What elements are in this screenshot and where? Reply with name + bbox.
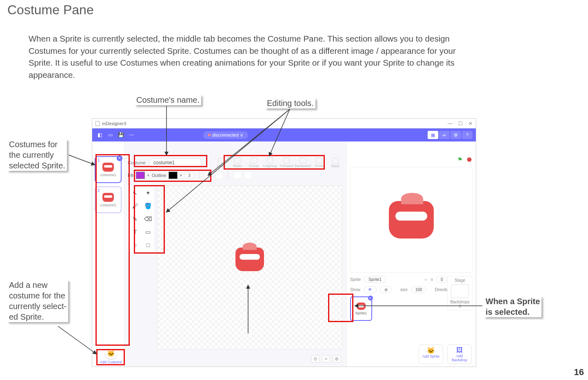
costume-editor: Costume Undo Redo Group Ungroup Forward … xyxy=(124,141,346,367)
sprite-label: Sprite xyxy=(350,277,361,282)
tool-undo[interactable]: Undo xyxy=(213,158,229,168)
zoom-controls: ⊖ = ⊕ xyxy=(311,355,341,362)
sprite-name-field[interactable]: Sprite1 xyxy=(364,276,386,283)
svg-line-4 xyxy=(69,155,95,165)
costume-artwork xyxy=(235,247,264,271)
tool-backward[interactable]: Backward xyxy=(295,158,311,168)
backdrop-thumb[interactable] xyxy=(451,284,469,298)
window-title: mDesigner3 xyxy=(102,121,126,126)
help-button[interactable]: ? xyxy=(462,131,473,139)
outline-width[interactable]: 3 xyxy=(184,172,194,179)
connection-status[interactable]: disconnected ∨ xyxy=(203,131,248,139)
size-field[interactable]: 100 xyxy=(411,286,427,293)
costume-list: 1 ✕ costume1 2 costume2 🐱 Add Costume xyxy=(92,141,124,367)
mini-tool-2[interactable] xyxy=(215,172,223,179)
green-flag-icon[interactable]: ⚑ xyxy=(457,156,463,165)
x-field[interactable]: 0 xyxy=(436,276,448,283)
callout-sprite-selected: When a Sprite is selected. xyxy=(484,296,541,317)
sprite-thumb-icon xyxy=(357,303,366,310)
sprite-card[interactable]: ✕ Sprite1 xyxy=(350,296,372,321)
main-toolbar: ◧ ▭ 💾 ⋯ disconnected ∨ ▦ ∞ ⚙ ? xyxy=(92,128,476,141)
costume-field-label: Costume xyxy=(128,160,146,165)
tool-front[interactable]: Front xyxy=(311,158,327,168)
tool-group[interactable]: Group xyxy=(246,158,262,168)
callout-editing-tools: Editing tools. xyxy=(265,98,315,108)
show-hidden[interactable]: ⊘ xyxy=(380,286,392,293)
add-costume-label: Add Costume xyxy=(97,360,125,364)
tool-forward[interactable]: Forward xyxy=(279,158,294,168)
zoom-reset[interactable]: = xyxy=(322,355,330,362)
costume-number: 1 xyxy=(98,158,100,163)
costume-preview-icon xyxy=(102,163,114,172)
tool-line[interactable]: ▭ xyxy=(142,226,154,238)
app-window: mDesigner3 — ☐ ✕ ◧ ▭ 💾 ⋯ disconnected ∨ … xyxy=(92,118,476,367)
callout-add-costume: Add a new costume for the currently sele… xyxy=(7,280,68,322)
tool-reshape[interactable]: ✦ xyxy=(142,187,154,199)
tool-erase[interactable]: ⌫ xyxy=(142,213,154,225)
canvas[interactable] xyxy=(157,186,342,349)
costume-preview-icon xyxy=(102,193,114,202)
tool-circle[interactable]: ○ xyxy=(129,239,141,251)
mini-tool-3[interactable] xyxy=(233,172,242,179)
intro-paragraph: When a Sprite is currently selected, the… xyxy=(29,33,457,81)
outline-label: Outline xyxy=(152,173,166,178)
costume-name-input[interactable] xyxy=(149,158,202,167)
show-visible[interactable]: 👁 xyxy=(364,286,377,293)
drawing-tools: ↖ ✦ 🖌 🪣 ✎ ⌫ T ▭ ○ □ xyxy=(128,186,154,252)
fill-label: Fill xyxy=(128,173,133,178)
stage-box: Stage Backdrops 3 xyxy=(447,276,473,311)
add-costume-icon: 🐱 xyxy=(105,347,117,359)
zoom-out[interactable]: ⊖ xyxy=(311,355,320,362)
tool-brush[interactable]: 🖌 xyxy=(129,200,141,212)
view-grid-button[interactable]: ▦ xyxy=(428,131,438,139)
tool-pencil[interactable]: ✎ xyxy=(129,213,141,225)
add-backdrop-button[interactable]: 🖼Add Backdrop xyxy=(447,345,472,364)
tool-back[interactable]: Back xyxy=(328,158,343,168)
size-label: size xyxy=(400,287,408,292)
tool-rect[interactable]: □ xyxy=(142,239,154,251)
tool-text[interactable]: T xyxy=(129,226,141,238)
toolbar-new-icon[interactable]: ◧ xyxy=(95,131,104,139)
toolbar-open-icon[interactable]: ▭ xyxy=(106,131,114,139)
costume-name-label: costume1 xyxy=(100,173,116,177)
delete-sprite-icon[interactable]: ✕ xyxy=(368,296,373,300)
backdrops-label: Backdrops xyxy=(450,300,469,304)
callout-costume-name: Costume's name. xyxy=(135,95,201,105)
stop-icon[interactable]: ⬣ xyxy=(467,156,472,165)
page-number: 16 xyxy=(574,367,584,378)
fill-swatch[interactable] xyxy=(136,172,145,179)
page-title: Costume Pane xyxy=(7,2,94,18)
toolbar-more-icon[interactable]: ⋯ xyxy=(127,131,135,139)
top-tool-row: Undo Redo Group Ungroup Forward Backward… xyxy=(213,158,343,168)
view-loop-button[interactable]: ∞ xyxy=(439,131,450,139)
stage-panel: ⚑ ⬣ Sprite Sprite1 ↔ x 0 ↕ y 0 Show xyxy=(346,141,476,367)
zoom-in[interactable]: ⊕ xyxy=(333,355,341,362)
x-label: x xyxy=(431,277,433,282)
backdrops-count: 3 xyxy=(459,304,461,309)
costume-thumb-2[interactable]: 2 costume2 xyxy=(95,186,122,213)
document-icon xyxy=(95,121,100,126)
mini-tool-4[interactable] xyxy=(244,172,252,179)
costume-number: 2 xyxy=(98,188,100,193)
callout-costume-list: Costumes for the currently selected Spri… xyxy=(7,139,67,171)
delete-costume-icon[interactable]: ✕ xyxy=(117,155,122,161)
close-button[interactable]: ✕ xyxy=(468,121,473,126)
maximize-button[interactable]: ☐ xyxy=(458,121,463,126)
tool-redo[interactable]: Redo xyxy=(230,158,245,168)
settings-button[interactable]: ⚙ xyxy=(450,131,461,139)
tool-ungroup[interactable]: Ungroup xyxy=(262,158,278,168)
stage-sprite-preview xyxy=(389,201,434,239)
titlebar: mDesigner3 — ☐ ✕ xyxy=(92,119,476,128)
minimize-button[interactable]: — xyxy=(448,121,453,126)
sprite-card-label: Sprite1 xyxy=(355,311,367,315)
stage-view xyxy=(350,167,473,273)
tool-select[interactable]: ↖ xyxy=(129,187,141,199)
tool-fill[interactable]: 🪣 xyxy=(142,200,154,212)
costume-thumb-1[interactable]: 1 ✕ costume1 xyxy=(95,156,122,183)
add-costume-button[interactable]: 🐱 Add Costume xyxy=(97,347,125,364)
mini-tool-1[interactable] xyxy=(204,172,213,179)
outline-swatch[interactable] xyxy=(169,172,178,179)
svg-line-5 xyxy=(58,326,96,354)
toolbar-save-icon[interactable]: 💾 xyxy=(117,131,125,139)
add-sprite-button[interactable]: 🐱Add Sprite xyxy=(419,345,443,364)
